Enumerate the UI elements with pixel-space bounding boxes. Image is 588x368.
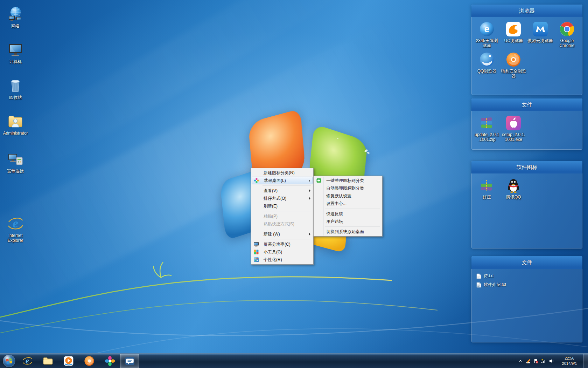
panel-title: 软件图标 (517, 164, 538, 170)
media-player-icon (63, 356, 74, 366)
panel-title: 浏览器 (519, 8, 535, 14)
tray-network[interactable] (540, 357, 547, 365)
chevron-up-icon (518, 359, 523, 363)
submenu-arrow-icon (309, 233, 310, 236)
panel-header[interactable]: 软件图标 (471, 161, 582, 173)
menu-item-label: 快速反馈 (326, 211, 343, 216)
tray-show-hidden-icons[interactable] (517, 357, 524, 365)
menu-item-screen-resolution[interactable]: 屏幕分辨率(C) (252, 240, 313, 248)
menu-item-label: 切换到系统原始桌面 (326, 229, 364, 234)
menu-separator (325, 226, 380, 227)
orange-browser-icon (84, 356, 94, 366)
taskbar-internet-explorer[interactable]: e (17, 354, 37, 368)
panel-file-software-intro-txt[interactable]: 软件介绍.txt (473, 280, 581, 289)
panel-app-tencent-qq[interactable]: 腾讯QQ (500, 178, 527, 199)
tray-volume[interactable] (547, 357, 555, 365)
app-label: QQ浏览器 (477, 69, 497, 74)
pinwheel-icon (105, 356, 115, 366)
panel-header[interactable]: 浏览器 (471, 5, 582, 17)
panel-app-qq-browser[interactable]: QQ浏览器 (474, 52, 500, 79)
panel-app-2345-browser[interactable]: e 2345王牌浏览器 (474, 21, 500, 48)
desktop-icon-recycle-bin[interactable]: 回收站 (2, 77, 29, 100)
panel-header[interactable]: 文件 (471, 256, 582, 269)
submenu-item-restore-defaults[interactable]: 恢复默认设置 (314, 192, 382, 200)
app-label: 傲游云浏览器 (528, 38, 553, 43)
desktop-icon-label: 计算机 (9, 59, 22, 64)
taskbar-notes-app[interactable] (120, 354, 139, 368)
desktop-icon-administrator[interactable]: Administrator (2, 113, 29, 136)
submenu-item-one-key-organize[interactable]: 一键整理图标到分类 (314, 177, 382, 184)
tray-action-center[interactable] (532, 357, 540, 365)
recycle-bin-icon (7, 77, 24, 94)
submenu-item-settings-center[interactable]: 设置中心... (314, 200, 382, 207)
taskbar-apple-desktop[interactable] (99, 354, 120, 368)
menu-separator (262, 239, 311, 239)
tray-pen-input[interactable] (524, 357, 532, 365)
menu-item-refresh[interactable]: 刷新(E) (252, 202, 313, 210)
menu-item-label: 新建图标分类(N) (264, 170, 295, 175)
explorer-folder-icon (43, 356, 53, 366)
taskbar-liebao-browser[interactable] (79, 354, 99, 368)
panel-app-haozip[interactable]: 好压 (474, 178, 500, 199)
clock-date: 2014/9/1 (558, 361, 581, 366)
organize-icon (316, 178, 322, 183)
desktop-icon-label: Internet Explorer (2, 233, 29, 243)
panel-file-update-zip[interactable]: update_2.0.1.1001.zip (474, 115, 500, 142)
panel-file-setup-exe[interactable]: setup_2.0.1.1001.exe (500, 115, 527, 142)
qq-penguin-icon (506, 178, 521, 193)
desktop: 网络 计算机 回收站 Administrator (0, 0, 588, 368)
show-desktop-button[interactable] (583, 354, 588, 368)
network-icon (7, 6, 24, 22)
speaker-icon (548, 358, 554, 364)
submenu-item-switch-to-original-desktop[interactable]: 切换到系统原始桌面 (314, 228, 382, 236)
flag-icon (533, 358, 539, 364)
desktop-icon-label: 回收站 (9, 95, 22, 100)
menu-item-gadgets[interactable]: 小工具(G) (252, 248, 313, 256)
panel-body: 诗.txt 软件介绍.txt (471, 269, 582, 292)
panel-app-maxthon-browser[interactable]: 傲游云浏览器 (527, 21, 554, 48)
taskbar-clock[interactable]: 22:56 2014/9/1 (558, 356, 581, 366)
panel-files-bottom: 文件 诗.txt 软件介绍.txt (471, 256, 582, 342)
submenu-item-user-forum[interactable]: 用户论坛 (314, 218, 382, 225)
panel-file-poem-txt[interactable]: 诗.txt (473, 272, 581, 280)
menu-separator (262, 211, 311, 211)
app-label: Google Chrome (554, 38, 580, 48)
desktop-context-menu: 新建图标分类(N) 苹果桌面(L) 查看(V) 排序方式(O) (251, 168, 314, 265)
menu-separator (262, 185, 311, 186)
clock-time: 22:56 (558, 356, 581, 361)
menu-item-label: 粘贴快捷方式(S) (264, 222, 294, 226)
submenu-item-auto-organize[interactable]: 自动整理图标到分类 (314, 184, 382, 192)
menu-item-new-icon-category[interactable]: 新建图标分类(N) (252, 169, 313, 177)
gadgets-icon (253, 249, 259, 255)
desktop-icon-broadband[interactable]: 宽带连接 (2, 151, 29, 173)
desktop-icon-internet-explorer[interactable]: e Internet Explorer (2, 215, 29, 243)
desktop-icon-network[interactable]: 网络 (2, 6, 29, 28)
internet-explorer-icon: e (7, 215, 24, 232)
start-button[interactable] (3, 355, 15, 367)
menu-item-personalize[interactable]: 个性化(R) (252, 256, 313, 264)
menu-item-label: 小工具(G) (264, 250, 282, 254)
uc-browser-icon (506, 21, 521, 37)
taskbar-media-player[interactable] (58, 354, 79, 368)
menu-item-view[interactable]: 查看(V) (252, 187, 313, 195)
panel-header[interactable]: 文件 (471, 98, 582, 111)
panel-app-uc-browser[interactable]: UC浏览器 (500, 21, 527, 48)
desktop-icon-computer[interactable]: 计算机 (2, 41, 29, 64)
menu-item-label: 恢复默认设置 (326, 193, 351, 198)
menu-item-apple-desktop[interactable]: 苹果桌面(L) (252, 177, 313, 184)
installer-icon (506, 115, 521, 131)
menu-separator (262, 229, 311, 229)
app-label: 猎豹安全浏览器 (501, 69, 526, 79)
menu-item-new[interactable]: 新建 (W) (252, 230, 313, 238)
submenu-item-quick-feedback[interactable]: 快速反馈 (314, 210, 382, 218)
menu-item-sort-by[interactable]: 排序方式(O) (252, 195, 313, 202)
panel-app-google-chrome[interactable]: Google Chrome (554, 21, 580, 48)
menu-separator (325, 209, 380, 209)
file-label: 软件介绍.txt (484, 282, 506, 288)
panel-app-liebao-browser[interactable]: 猎豹安全浏览器 (500, 52, 527, 79)
2345-browser-icon: e (479, 21, 495, 37)
file-label: setup_2.0.1.1001.exe (501, 132, 526, 142)
taskbar-windows-explorer[interactable] (37, 354, 58, 368)
menu-item-label: 刷新(E) (264, 204, 278, 209)
menu-item-label: 查看(V) (264, 188, 278, 193)
